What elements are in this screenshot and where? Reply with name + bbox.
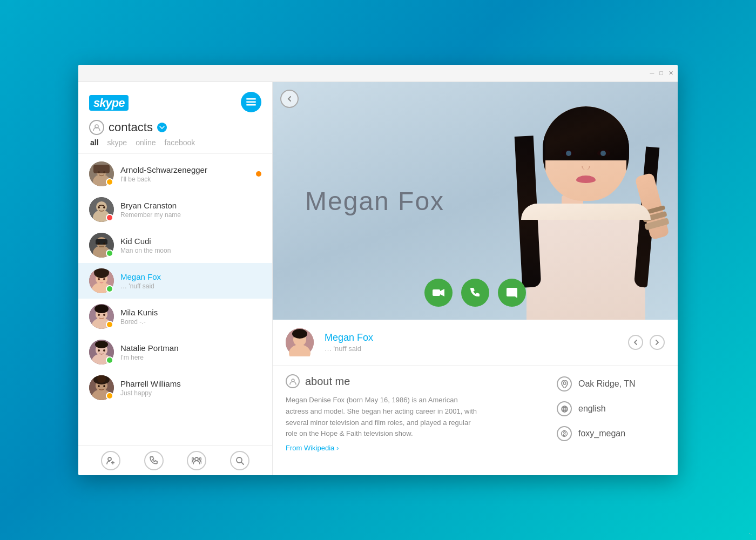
svg-point-31: [94, 305, 109, 313]
status-badge-kid: [106, 249, 113, 257]
contact-info-megan: Megan Fox … 'nuff said: [120, 272, 261, 290]
svg-point-52: [199, 458, 201, 460]
svg-point-13: [98, 206, 100, 208]
about-bio: Megan Denise Fox (born May 16, 1986) is …: [286, 395, 480, 440]
filter-tab-all[interactable]: all: [90, 138, 99, 148]
next-button[interactable]: [650, 335, 665, 350]
contacts-title-row: contacts: [89, 120, 261, 135]
svg-point-46: [103, 385, 105, 387]
filter-tab-online[interactable]: online: [136, 138, 156, 148]
language-value: english: [578, 404, 606, 414]
message-button[interactable]: [498, 279, 526, 307]
maximize-button[interactable]: □: [659, 70, 663, 77]
video-call-button[interactable]: [424, 279, 453, 307]
avatar-wrap-megan: [89, 268, 114, 293]
filter-tab-skype[interactable]: skype: [107, 138, 127, 148]
unread-indicator-arnold: [256, 171, 261, 177]
profile-name: Megan Fox: [325, 332, 617, 343]
svg-rect-21: [99, 246, 104, 247]
avatar-wrap-kid: [89, 233, 114, 258]
close-button[interactable]: ✕: [669, 70, 673, 77]
contact-item-bryan[interactable]: Bryan Cranston Remember my name: [78, 192, 272, 227]
wikipedia-link[interactable]: From Wikipedia ›: [286, 444, 339, 452]
contact-name-kid: Kid Cudi: [120, 237, 261, 246]
meta-skypename: foxy_megan: [557, 426, 665, 441]
svg-point-37: [95, 341, 108, 348]
contact-name-arnold: Arnold-Schwarzenegger: [120, 165, 256, 174]
sidebar: skype: [78, 82, 273, 475]
about-heading: about me: [305, 375, 350, 388]
svg-line-54: [241, 462, 244, 464]
profile-avatar: [286, 328, 314, 356]
contact-name-pharrell: Pharrell Williams: [120, 379, 261, 388]
contact-status-pharrell: Just happy: [120, 389, 261, 397]
about-title-row: about me: [286, 374, 535, 388]
contact-item-megan[interactable]: Megan Fox … 'nuff said: [78, 263, 272, 299]
contact-status-natalie: I'm here: [120, 354, 261, 361]
contact-item-kid[interactable]: Kid Cudi Man on the moon: [78, 227, 272, 263]
add-contact-button[interactable]: [101, 451, 120, 470]
meta-language: english: [557, 401, 665, 416]
svg-rect-2: [246, 104, 256, 106]
contact-status-kid: Man on the moon: [120, 247, 261, 254]
status-badge-mila: [106, 321, 113, 328]
audio-call-button[interactable]: [461, 279, 489, 307]
skype-logo-text: skype: [89, 95, 129, 111]
svg-point-47: [108, 457, 111, 461]
contact-item-arnold[interactable]: Arnold-Schwarzenegger I'll be back: [78, 156, 272, 192]
detail-panel: Megan Fox: [273, 82, 678, 475]
language-icon: [557, 401, 572, 416]
call-button[interactable]: [144, 451, 164, 470]
svg-rect-55: [433, 289, 440, 296]
contact-info-arnold: Arnold-Schwarzenegger I'll be back: [120, 165, 256, 183]
svg-point-39: [103, 349, 105, 352]
group-button[interactable]: [187, 451, 206, 470]
svg-rect-0: [246, 98, 256, 100]
menu-button[interactable]: [241, 92, 261, 112]
sidebar-bottom: [78, 445, 272, 475]
svg-point-51: [192, 458, 194, 460]
svg-point-14: [103, 206, 105, 208]
profile-info-row: Megan Fox … 'nuff said: [273, 320, 678, 366]
hero-actions: [424, 279, 526, 307]
contact-info-mila: Mila Kunis Bored -.-: [120, 308, 261, 326]
about-icon: [286, 374, 300, 388]
contact-info-pharrell: Pharrell Williams Just happy: [120, 379, 261, 397]
avatar-wrap-arnold: [89, 161, 114, 186]
status-badge-natalie: [106, 356, 113, 364]
svg-point-61: [563, 382, 566, 384]
person-body: [510, 114, 662, 320]
svg-point-9: [103, 171, 105, 173]
about-section: about me Megan Denise Fox (born May 16, …: [273, 366, 678, 475]
svg-point-8: [98, 171, 100, 173]
avatar-wrap-natalie: [89, 340, 114, 364]
app-window: ─ □ ✕ skype: [78, 65, 678, 475]
contact-item-natalie[interactable]: Natalie Portman I'm here: [78, 334, 272, 370]
hero-area: Megan Fox: [273, 82, 678, 320]
svg-point-20: [103, 242, 105, 245]
status-badge-megan: [106, 285, 113, 293]
contact-status-mila: Bored -.-: [120, 318, 261, 326]
prev-button[interactable]: [628, 335, 643, 350]
svg-point-26: [98, 278, 100, 280]
svg-point-33: [103, 314, 105, 316]
contact-name-megan: Megan Fox: [120, 272, 261, 281]
skype-logo: skype: [89, 93, 129, 111]
contact-item-mila[interactable]: Mila Kunis Bored -.-: [78, 299, 272, 334]
minimize-button[interactable]: ─: [650, 70, 654, 77]
svg-point-45: [98, 385, 100, 387]
window-controls: ─ □ ✕: [650, 70, 673, 77]
contacts-dropdown-button[interactable]: [157, 123, 167, 132]
search-button[interactable]: [230, 451, 249, 470]
back-button[interactable]: [280, 90, 299, 108]
meta-location: Oak Ridge, TN: [557, 376, 665, 392]
profile-text: Megan Fox … 'nuff said: [325, 332, 617, 353]
contact-name-mila: Mila Kunis: [120, 308, 261, 317]
contact-status-megan: … 'nuff said: [120, 282, 261, 290]
filter-tab-facebook[interactable]: facebook: [165, 138, 195, 148]
contact-item-pharrell[interactable]: Pharrell Williams Just happy: [78, 370, 272, 406]
contact-info-bryan: Bryan Cranston Remember my name: [120, 201, 261, 219]
avatar-wrap-mila: [89, 304, 114, 329]
location-icon: [557, 376, 572, 392]
sidebar-top: skype: [89, 92, 261, 112]
